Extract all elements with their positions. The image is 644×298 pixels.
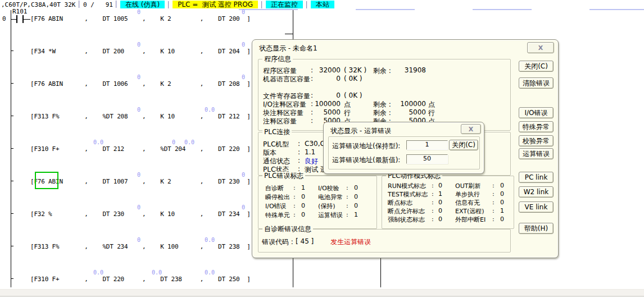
flag-row: 特殊单元:0运算错误:1 xyxy=(258,211,377,219)
ladder-rung[interactable]: [F34 *W , DT 200 , K 10 , DT 204 ]00 xyxy=(30,48,251,55)
pc-link-button[interactable]: PC link xyxy=(519,172,554,183)
error-address-panel: 关闭(C) 运算错误地址(保持型):1运算错误地址(最新值):50 xyxy=(328,136,480,169)
flag-colon: : xyxy=(293,193,296,200)
ladder-rung[interactable]: [F76 ABIN , DT 1007 , K 2 , DT 230 ]00 xyxy=(30,178,251,185)
rail-tick xyxy=(11,148,13,149)
close-button[interactable]: X xyxy=(461,124,481,134)
info-colon: : xyxy=(298,148,300,156)
operation-error-dialog: 状态显示 - 运算错误 X 关闭(C) 运算错误地址(保持型):1运算错误地址(… xyxy=(323,122,484,174)
instruction-text: [F34 *W , DT 200 , K 10 , DT 204 ] xyxy=(30,48,251,55)
monitor-value: 0 xyxy=(137,204,140,210)
monitor-value: 0 xyxy=(137,74,140,80)
close-button[interactable]: X xyxy=(527,42,554,53)
flag-value: 0 xyxy=(500,182,504,189)
diag-error-group: 自诊断错误信息 错误代码 : [ 45 ] 发生运算错误 xyxy=(258,229,511,253)
help-button[interactable]: 帮助(H) xyxy=(519,223,554,234)
flag-value: 0 xyxy=(354,202,358,209)
flag-value: 0 xyxy=(354,184,358,191)
flag-colon: : xyxy=(346,211,348,218)
ladder-rung[interactable]: [F313 F% , %DT 208 , K 10 , DT 212 ]00.0 xyxy=(30,113,251,120)
info-number: 5000 xyxy=(314,108,341,116)
info-number: 100000 xyxy=(314,100,341,108)
flag-colon: : xyxy=(492,190,495,198)
flag-colon: : xyxy=(346,202,348,209)
flag-value: 0 xyxy=(438,207,442,214)
flag-label: EXT(远程) xyxy=(455,207,484,216)
verify-abnormal-button[interactable]: 校验异常 xyxy=(519,135,554,146)
flag-label: (保持) xyxy=(318,202,335,210)
error-code-value: [ 45 ] xyxy=(296,237,314,245)
rail-tick xyxy=(11,181,13,181)
selection-cursor xyxy=(35,172,58,189)
monitor-value: 0 xyxy=(137,237,140,243)
monitor-value: 0 xyxy=(242,204,245,210)
monitor-value: 0.0 xyxy=(152,269,162,276)
w2-link-button[interactable]: W2 link xyxy=(519,186,554,198)
flag-row: 断点允许标志:0EXT(远程):1 xyxy=(382,207,514,216)
ladder-rung[interactable]: [F76 ABIN , DT 1006 , K 2 , DT 208 ]00 xyxy=(30,80,251,88)
ladder-rung[interactable]: [F313 F% , %DT 234 , K 100 , DT 238 ]00.… xyxy=(30,243,251,250)
flag-label: I/O错误 xyxy=(265,202,287,210)
info-colon: : xyxy=(311,75,313,82)
monitor-value: 0 xyxy=(137,42,140,48)
dialog-title: 状态显示 - 运算错误 xyxy=(330,126,391,136)
info-suffix: ( 0K ) xyxy=(344,91,362,99)
program-info-group: 程序信息 程序区容量:32000( 32K )剩余 :31908机器语言区容量:… xyxy=(258,59,511,131)
flag-colon: : xyxy=(432,182,434,189)
flag-label: 自诊断 xyxy=(265,184,284,192)
rung-number: 0 xyxy=(2,15,6,22)
special-abnormal-button[interactable]: 特殊异常 xyxy=(519,121,554,132)
info-number: 32000 xyxy=(314,66,341,74)
close-c-button[interactable]: 关闭(C) xyxy=(449,140,478,150)
flag-label: 瞬停检出 xyxy=(265,193,290,201)
ladder-rung[interactable]: [F310 F+ , DT 220 , DT 238 , DT 250 ]0.0… xyxy=(30,276,251,283)
flag-value: 0 xyxy=(354,193,358,200)
remaining-number: 5000 xyxy=(383,108,426,116)
flag-row: 瞬停检出:0电池异常:0 xyxy=(258,193,377,201)
instruction-text: [F76 ABIN , DT 1006 , K 2 , DT 208 ] xyxy=(30,80,251,88)
flag-label: I/O校验 xyxy=(318,184,339,192)
info-row: 机器语言区容量:0( 0K ) xyxy=(258,75,510,83)
rail-tick xyxy=(11,278,13,279)
bus-line-segment xyxy=(380,257,381,287)
ve-link-button[interactable]: VE link xyxy=(519,201,554,213)
info-number: 0 xyxy=(314,91,341,99)
group-title: PLC错误标志 xyxy=(262,172,305,180)
horizontal-scrollbar[interactable] xyxy=(0,289,644,297)
app-window: ,C60T/P,C38A,40T 32K 0 / 91 在线 (仿真)PLC =… xyxy=(0,0,644,298)
info-row: 程序区容量:32000( 32K )剩余 :31908 xyxy=(258,66,510,75)
remaining-number: 31908 xyxy=(383,66,426,74)
flag-value: 0 xyxy=(500,199,504,206)
flag-row: TEST模式标志:1单步执行:0 xyxy=(382,190,514,199)
operation-error-button[interactable]: 运算错误 xyxy=(519,148,554,159)
error-address-field: 1 xyxy=(406,140,448,150)
monitor-value: 0.0 xyxy=(205,237,215,243)
error-address-label: 运算错误地址(保持型): xyxy=(332,141,400,151)
rail-tick xyxy=(11,116,13,116)
info-row: I/O注释区容量:100000点剩余 :100000点 xyxy=(258,100,510,108)
flag-value: 1 xyxy=(354,211,358,218)
rail-tick xyxy=(285,34,293,34)
flag-label: 运算错误 xyxy=(318,211,343,219)
monitor-value: 0 xyxy=(137,172,140,178)
remaining-number: 100000 xyxy=(383,100,426,108)
diag-error-row: 错误代码 : [ 45 ] 发生运算错误 xyxy=(258,237,510,246)
io-error-button[interactable]: I/O错误 xyxy=(519,107,554,118)
instruction-text: [F310 F+ , DT 220 , DT 238 , DT 250 ] xyxy=(30,276,251,283)
diag-error-message: 发生运算错误 xyxy=(330,237,371,247)
ladder-rung[interactable]: [F310 F+ , DT 212 , %DT 204 , DT 220 ]0.… xyxy=(30,145,251,153)
connection-value: 1.1 xyxy=(305,148,315,156)
flag-colon: : xyxy=(432,207,434,214)
flag-label: OUT刷新 xyxy=(455,182,480,190)
flag-row: I/O错误:0(保持):0 xyxy=(258,202,377,210)
clear-errors-button[interactable]: 清除错误 xyxy=(519,77,554,89)
ladder-rung[interactable]: [F76 ABIN , DT 1005 , K 2 , DT 200 ]00 xyxy=(30,15,251,22)
info-colon: : xyxy=(311,117,313,125)
error-address-label: 运算错误地址(最新值): xyxy=(332,155,400,165)
plc-error-flags-group: PLC错误标志 自诊断:1I/O校验:0瞬停检出:0电池异常:0I/O错误:0(… xyxy=(258,176,377,229)
flag-colon: : xyxy=(293,202,296,209)
ladder-rung[interactable]: [F32 % , DT 230 , K 10 , DT 234 ]00 xyxy=(30,210,251,218)
info-colon: : xyxy=(298,140,300,148)
close-button-c[interactable]: 关闭(C) xyxy=(519,61,554,72)
flag-label: TEST模式标志 xyxy=(388,190,428,199)
